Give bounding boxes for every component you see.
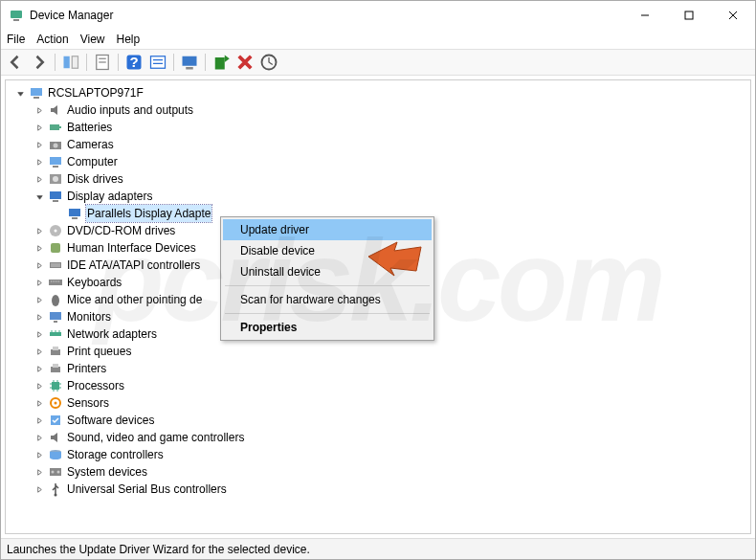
tree-item[interactable]: Disk drives [13,170,750,188]
tree-twisty-icon[interactable] [33,482,46,496]
menu-view[interactable]: View [80,33,105,46]
software-icon [48,413,63,428]
tree-item[interactable]: Universal Serial Bus controllers [13,481,750,498]
ctx-separator [225,313,430,314]
tree-item[interactable]: Software devices [13,412,750,429]
tree-twisty-icon[interactable] [33,258,46,272]
tree-item-label: Print queues [67,343,131,360]
tree-item[interactable]: Printers [13,360,750,377]
toolbar-separator [86,54,87,71]
speaker-icon [48,102,63,118]
update-driver-button[interactable] [211,52,232,73]
tree-item[interactable]: System devices [13,463,750,481]
menu-file[interactable]: File [7,33,25,46]
close-button[interactable] [711,1,755,30]
svg-rect-24 [50,157,61,165]
tree-item[interactable]: Computer [13,153,750,170]
tree-item[interactable]: Sensors [13,394,750,412]
toolbar-separator [205,54,206,71]
tree-twisty-icon[interactable] [33,103,46,117]
tree-twisty-icon[interactable] [33,345,46,358]
storage-icon [48,447,63,462]
tree-item-label: Storage controllers [67,446,164,463]
hid-icon [48,240,63,256]
tree-twisty-icon[interactable] [33,138,46,151]
back-button[interactable] [5,52,26,73]
tree-twisty-icon[interactable] [33,414,46,427]
window-controls [623,1,755,30]
toolbar-separator [118,54,119,71]
tree-twisty-icon[interactable] [33,362,46,375]
maximize-button[interactable] [667,1,711,30]
tree-item[interactable]: Batteries [13,119,750,136]
svg-rect-25 [53,166,58,168]
forward-button[interactable] [29,52,50,73]
tree-twisty-icon[interactable] [33,121,46,134]
menu-action[interactable]: Action [36,33,68,46]
tree-item[interactable]: Storage controllers [13,446,750,463]
tree-item[interactable]: Audio inputs and outputs [13,101,750,119]
svg-rect-45 [52,382,59,390]
tree-item-label: Display adapters [67,188,152,205]
tree-item-label: Cameras [67,136,114,153]
tree-item[interactable]: Sound, video and game controllers [13,429,750,446]
svg-point-51 [52,471,55,474]
tree-item[interactable]: Cameras [13,136,750,153]
tree-item-label: Mice and other pointing de [67,291,202,308]
tree-item-label: Monitors [67,308,111,325]
scan-monitor-button[interactable] [179,52,200,73]
computer-icon [48,154,63,169]
system-icon [48,464,63,480]
ctx-uninstall-device[interactable]: Uninstall device [223,261,432,282]
help-button[interactable]: ? [123,52,145,73]
tree-twisty-icon[interactable] [33,172,46,186]
keyboard-icon [48,275,63,290]
tree-item-label: Universal Serial Bus controllers [67,481,227,498]
properties-button[interactable] [92,52,113,73]
svg-rect-21 [59,126,61,128]
uninstall-button[interactable] [234,52,256,73]
svg-rect-14 [183,56,197,66]
network-icon [48,326,63,342]
svg-rect-0 [11,11,22,18]
show-hide-console-button[interactable] [60,52,81,73]
menu-help[interactable]: Help [117,33,141,46]
tree-twisty-icon[interactable] [33,224,46,237]
tree-item[interactable]: Display adapters [13,188,750,205]
action-button[interactable] [147,52,168,73]
tree-twisty-icon[interactable] [33,293,46,306]
tree-item[interactable]: Processors [13,377,750,394]
tree-item-label: System devices [67,463,147,481]
tree-item[interactable]: Print queues [13,343,750,360]
tree-twisty-icon[interactable] [33,396,46,410]
tree-twisty-icon[interactable] [33,190,46,203]
tree-twisty-icon[interactable] [33,379,46,392]
ctx-separator [225,285,430,286]
ctx-update-driver[interactable]: Update driver [223,219,432,240]
ctx-scan-hardware[interactable]: Scan for hardware changes [223,289,432,310]
svg-rect-3 [685,11,693,19]
sensor-icon [48,395,63,411]
ctx-disable-device[interactable]: Disable device [223,240,432,261]
tree-twisty-icon[interactable] [33,155,46,168]
scan-hardware-button[interactable] [258,52,279,73]
tree-twisty-icon[interactable] [33,327,46,341]
svg-rect-35 [50,262,61,268]
svg-rect-31 [72,217,78,219]
tree-twisty-icon[interactable] [33,465,46,479]
tree-twisty-icon[interactable] [13,86,27,100]
minimize-button[interactable] [623,1,667,30]
ctx-properties[interactable]: Properties [223,317,432,338]
svg-rect-7 [72,56,78,69]
toolbar-separator [55,54,56,71]
svg-rect-20 [50,124,59,130]
tree-twisty-icon[interactable] [33,448,46,461]
tree-twisty-icon[interactable] [33,276,46,289]
tree-twisty-icon[interactable] [33,310,46,324]
disk-icon [48,171,63,187]
tree-twisty-icon[interactable] [33,241,46,255]
tree-root[interactable]: RCSLAPTOP971F [13,84,750,101]
svg-rect-28 [50,191,61,199]
svg-rect-1 [13,19,19,21]
tree-twisty-icon[interactable] [33,431,46,444]
